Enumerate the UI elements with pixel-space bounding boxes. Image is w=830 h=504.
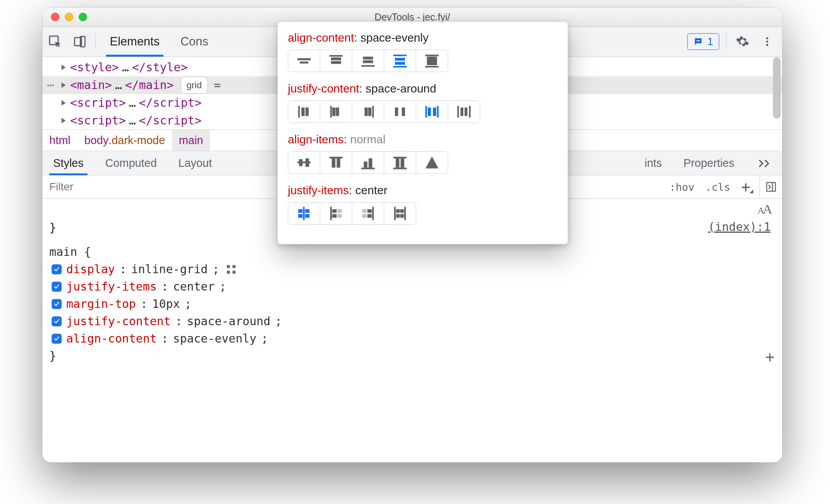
grid-editor-popover: align-content: space-evenlyjustify-conte… (277, 22, 568, 244)
popover-option-button[interactable] (352, 152, 384, 173)
svg-rect-25 (427, 57, 437, 65)
svg-rect-60 (426, 167, 437, 168)
popover-option-button[interactable] (288, 50, 320, 72)
css-selector[interactable]: main { (49, 243, 91, 260)
popover-button-row (288, 101, 480, 123)
css-value[interactable]: space-evenly (173, 330, 257, 347)
svg-rect-11 (233, 270, 236, 274)
toggle-declaration-checkbox[interactable] (52, 299, 62, 309)
svg-rect-17 (363, 57, 373, 59)
subtab-styles[interactable]: Styles (42, 151, 94, 175)
cls-button[interactable]: .cls (700, 175, 736, 198)
breadcrumb-item[interactable]: body.dark-mode (77, 130, 172, 151)
svg-rect-36 (395, 108, 398, 116)
popover-option-button[interactable] (288, 152, 320, 173)
popover-title: justify-content: space-around (288, 82, 558, 95)
popover-button-row (288, 50, 448, 72)
popover-option-button[interactable] (416, 101, 448, 123)
svg-rect-54 (369, 159, 372, 168)
css-source-link[interactable]: (index):1 (708, 218, 771, 235)
css-declaration[interactable]: justify-content: space-around; (49, 312, 775, 330)
svg-rect-16 (331, 61, 341, 64)
svg-rect-62 (298, 210, 302, 213)
font-size-icon[interactable]: AA (758, 202, 771, 217)
css-value[interactable]: inline-grid (131, 260, 208, 278)
window-close-button[interactable] (51, 13, 59, 21)
settings-icon[interactable] (734, 33, 751, 50)
svg-rect-49 (306, 159, 309, 167)
popover-option-button[interactable] (352, 50, 384, 72)
add-declaration-icon[interactable]: + (765, 345, 775, 368)
svg-rect-55 (361, 168, 375, 169)
more-tabs-icon[interactable] (748, 151, 782, 175)
toggle-declaration-checkbox[interactable] (52, 282, 62, 292)
svg-rect-40 (428, 108, 431, 116)
popover-option-button[interactable] (320, 50, 352, 72)
window-zoom-button[interactable] (79, 13, 87, 21)
open-grid-editor-icon[interactable] (226, 264, 236, 274)
svg-rect-45 (465, 108, 467, 116)
popover-option-button[interactable] (384, 203, 416, 224)
subtab-computed[interactable]: Computed (94, 151, 168, 175)
row-menu-icon[interactable]: ⋯ (47, 76, 54, 94)
grid-badge[interactable]: grid (181, 77, 208, 93)
dom-tag: </script> (139, 112, 202, 130)
popover-option-button[interactable] (416, 152, 448, 173)
popover-option-button[interactable] (416, 50, 448, 72)
popover-option-button[interactable] (384, 50, 416, 72)
hov-button[interactable]: :hov (664, 175, 700, 198)
window-minimize-button[interactable] (65, 13, 73, 21)
css-property[interactable]: margin-top (66, 295, 136, 312)
new-style-rule-icon[interactable]: +◢ (736, 175, 759, 198)
device-toolbar-icon[interactable] (71, 33, 89, 50)
popover-option-button[interactable] (288, 101, 320, 123)
more-icon[interactable] (758, 33, 776, 50)
issues-pill[interactable]: 1 (687, 33, 719, 50)
subtab-layout[interactable]: Layout (168, 151, 223, 175)
tab-elements[interactable]: Elements (103, 27, 166, 57)
popover-option-button[interactable] (320, 203, 352, 224)
css-declaration[interactable]: justify-items: center; (49, 278, 775, 295)
popover-button-row (288, 202, 416, 225)
css-value[interactable]: 10px (152, 295, 180, 312)
css-declaration[interactable]: display: inline-grid; (49, 260, 775, 278)
equals-sign: = (214, 76, 221, 94)
css-value[interactable]: center (173, 278, 215, 295)
popover-option-button[interactable] (384, 101, 416, 123)
css-property[interactable]: justify-content (66, 312, 171, 330)
css-value[interactable]: space-around (187, 312, 271, 330)
css-property[interactable]: justify-items (66, 278, 157, 295)
popover-option-button[interactable] (352, 101, 384, 123)
svg-rect-22 (395, 62, 405, 64)
breadcrumb-item-selected[interactable]: main (172, 130, 210, 151)
svg-rect-9 (233, 265, 236, 268)
svg-rect-71 (373, 207, 374, 220)
subtab-properties[interactable]: Properties (673, 151, 745, 175)
toggle-declaration-checkbox[interactable] (52, 316, 62, 326)
toggle-declaration-checkbox[interactable] (52, 334, 62, 344)
popover-option-button[interactable] (320, 152, 352, 173)
scrollbar-thumb[interactable] (773, 57, 781, 119)
popover-section: align-items: normal (288, 133, 558, 174)
toggle-declaration-checkbox[interactable] (52, 264, 62, 274)
svg-rect-32 (336, 108, 339, 116)
inspect-element-icon[interactable] (46, 33, 64, 50)
popover-option-button[interactable] (352, 203, 384, 224)
subtab-breakpoints-partial[interactable]: ints (645, 151, 673, 175)
popover-option-button[interactable] (384, 152, 416, 173)
issues-count: 1 (707, 35, 713, 48)
css-property[interactable]: display (66, 260, 115, 278)
popover-option-button[interactable] (288, 203, 320, 224)
popover-option-button[interactable] (448, 101, 480, 123)
svg-rect-28 (302, 108, 304, 116)
svg-rect-56 (393, 157, 407, 158)
tab-console[interactable]: Cons (173, 27, 215, 57)
css-declaration[interactable]: margin-top: 10px; (49, 295, 775, 312)
css-property[interactable]: align-content (66, 330, 157, 347)
css-declaration[interactable]: align-content: space-evenly; (49, 330, 775, 347)
popover-option-button[interactable] (320, 101, 352, 123)
toggle-computed-sidebar-icon[interactable] (759, 175, 782, 198)
svg-rect-61 (303, 207, 304, 220)
breadcrumb-item[interactable]: html (42, 130, 77, 151)
svg-rect-74 (368, 210, 372, 213)
